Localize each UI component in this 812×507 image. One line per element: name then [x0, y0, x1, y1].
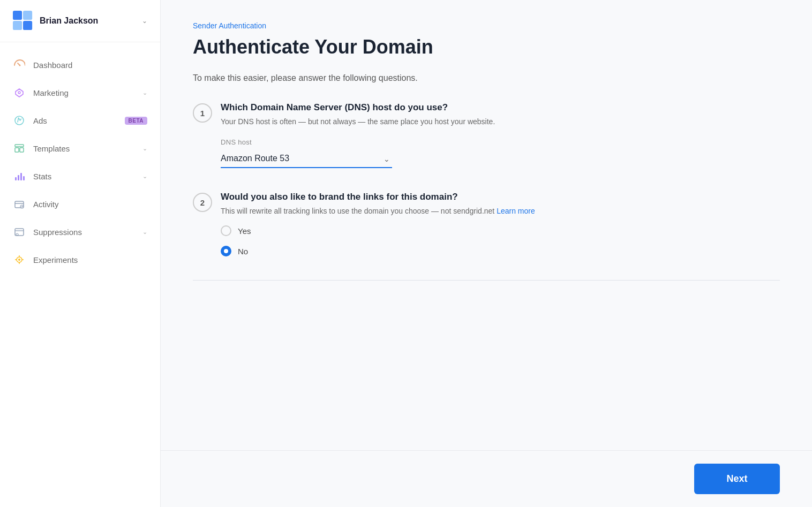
suppressions-chevron-icon: ⌄	[142, 229, 147, 236]
sidebar: Brian Jackson ⌄ Dashboard Marke	[0, 0, 161, 507]
question-1-text: Which Domain Name Server (DNS) host do y…	[221, 102, 495, 127]
question-1-body: DNS host Amazon Route 53 Cloudflare GoDa…	[221, 138, 780, 168]
section-divider	[193, 280, 780, 281]
templates-chevron-icon: ⌄	[142, 145, 147, 152]
question-1-desc: Your DNS host is often — but not always …	[221, 116, 495, 127]
username-label: Brian Jackson	[40, 16, 142, 26]
dns-host-select-wrapper: Amazon Route 53 Cloudflare GoDaddy Namec…	[221, 149, 392, 168]
experiments-icon	[13, 253, 26, 266]
svg-rect-11	[15, 177, 17, 180]
dns-host-select[interactable]: Amazon Route 53 Cloudflare GoDaddy Namec…	[221, 149, 392, 168]
templates-icon	[13, 142, 26, 155]
question-1-title: Which Domain Name Server (DNS) host do y…	[221, 102, 495, 113]
svg-point-6	[18, 92, 20, 94]
sidebar-item-stats[interactable]: Stats ⌄	[0, 162, 160, 190]
radio-no-option[interactable]: No	[221, 246, 780, 256]
svg-rect-0	[13, 11, 22, 20]
marketing-icon	[13, 86, 26, 99]
suppressions-icon	[13, 225, 26, 238]
stats-icon	[13, 170, 26, 183]
learn-more-link[interactable]: Learn more	[497, 207, 535, 215]
marketing-label: Marketing	[33, 88, 142, 97]
activity-label: Activity	[33, 200, 147, 209]
sidebar-item-suppressions[interactable]: Suppressions ⌄	[0, 218, 160, 246]
footer-bar: Next	[161, 450, 812, 507]
stats-label: Stats	[33, 172, 142, 181]
question-2-block: 2 Would you also like to brand the links…	[193, 192, 780, 256]
main-content: Sender Authentication Authenticate Your …	[161, 0, 812, 507]
templates-label: Templates	[33, 144, 142, 153]
svg-point-20	[18, 259, 20, 261]
svg-rect-14	[23, 176, 25, 180]
svg-rect-12	[18, 175, 19, 180]
activity-icon	[13, 198, 26, 210]
sidebar-item-ads[interactable]: Ads BETA	[0, 107, 160, 134]
ads-beta-badge: BETA	[125, 117, 147, 125]
stats-chevron-icon: ⌄	[142, 173, 147, 180]
question-2-text: Would you also like to brand the links f…	[221, 192, 535, 217]
marketing-chevron-icon: ⌄	[142, 89, 147, 96]
step-2-number: 2	[193, 193, 212, 212]
content-area: Sender Authentication Authenticate Your …	[161, 0, 812, 450]
breadcrumb: Sender Authentication	[193, 21, 780, 30]
dashboard-label: Dashboard	[33, 60, 147, 70]
page-description: To make this easier, please answer the f…	[193, 73, 780, 83]
svg-rect-1	[23, 11, 32, 20]
svg-rect-10	[20, 148, 24, 152]
radio-yes-circle	[221, 225, 231, 236]
svg-point-7	[15, 116, 24, 125]
question-2-header: 2 Would you also like to brand the links…	[193, 192, 780, 217]
dashboard-icon	[13, 58, 26, 71]
page-title: Authenticate Your Domain	[193, 35, 780, 58]
account-chevron-icon: ⌄	[142, 17, 147, 25]
sidebar-item-templates[interactable]: Templates ⌄	[0, 134, 160, 162]
svg-rect-9	[15, 148, 19, 152]
question-2-body: Yes No	[221, 225, 780, 256]
question-2-desc: This will rewrite all tracking links to …	[221, 206, 535, 217]
svg-rect-3	[23, 21, 32, 30]
svg-rect-13	[20, 173, 22, 180]
radio-yes-label: Yes	[238, 226, 251, 236]
user-account-header[interactable]: Brian Jackson ⌄	[0, 0, 160, 42]
question-1-header: 1 Which Domain Name Server (DNS) host do…	[193, 102, 780, 127]
dns-host-label: DNS host	[221, 138, 780, 146]
sidebar-item-experiments[interactable]: Experiments	[0, 246, 160, 274]
radio-no-circle	[221, 246, 231, 256]
question-1-block: 1 Which Domain Name Server (DNS) host do…	[193, 102, 780, 168]
radio-yes-option[interactable]: Yes	[221, 225, 780, 236]
ads-label: Ads	[33, 116, 121, 125]
svg-line-5	[18, 63, 20, 65]
brand-links-radio-group: Yes No	[221, 225, 780, 256]
main-navigation: Dashboard Marketing ⌄ Ads BETA	[0, 42, 160, 507]
app-logo	[13, 11, 33, 31]
step-1-number: 1	[193, 103, 212, 123]
suppressions-label: Suppressions	[33, 228, 142, 237]
sidebar-item-dashboard[interactable]: Dashboard	[0, 51, 160, 79]
svg-rect-2	[13, 21, 22, 30]
sidebar-item-marketing[interactable]: Marketing ⌄	[0, 79, 160, 107]
svg-rect-8	[15, 145, 24, 147]
next-button[interactable]: Next	[694, 464, 780, 494]
radio-no-label: No	[238, 247, 248, 256]
svg-point-16	[20, 205, 24, 208]
ads-icon	[13, 114, 26, 127]
sidebar-item-activity[interactable]: Activity	[0, 190, 160, 218]
experiments-label: Experiments	[33, 255, 147, 264]
question-2-title: Would you also like to brand the links f…	[221, 192, 535, 202]
